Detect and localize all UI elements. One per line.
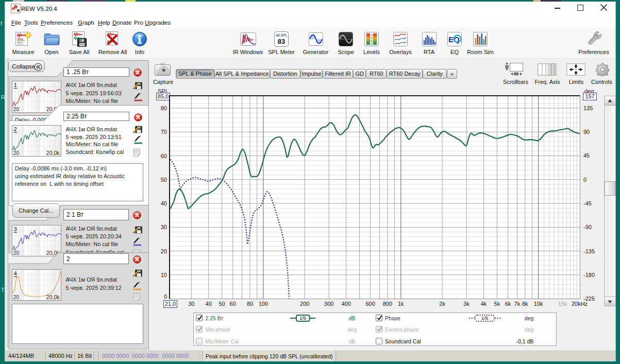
svg-text:1/6: 1/6 — [481, 315, 488, 321]
svg-text:dB SPL: dB SPL — [276, 33, 287, 37]
svg-text:83: 83 — [278, 38, 285, 45]
svg-text:9: 9 — [371, 43, 372, 46]
svg-text:1/6: 1/6 — [299, 315, 306, 321]
